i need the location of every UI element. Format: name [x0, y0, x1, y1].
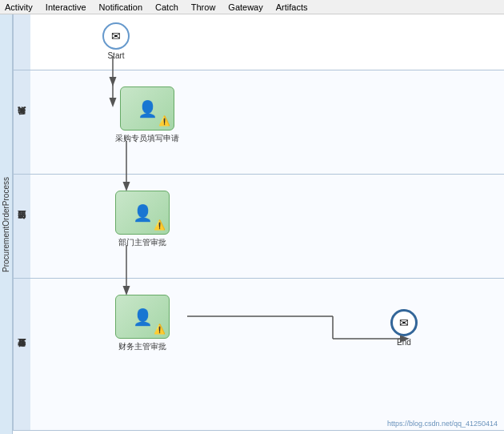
task3-icon: 👤: [133, 307, 153, 327]
process-label-container: ProcurementOrderProcess: [0, 14, 13, 434]
menu-gateway[interactable]: Gateway: [228, 2, 262, 12]
menu-activity[interactable]: Activity: [5, 2, 33, 12]
task1-box: 👤 ⚠️: [120, 86, 174, 131]
menu-artifacts[interactable]: Artifacts: [276, 2, 308, 12]
main-area: ProcurementOrderProcess ✉ Start: [0, 14, 504, 434]
swimlane-header: ✉ Start: [13, 14, 504, 70]
task2-warning-icon: ⚠️: [154, 219, 166, 231]
end-node[interactable]: ✉ End: [390, 309, 418, 347]
task1-node[interactable]: 👤 ⚠️ 采购专员填写申请: [115, 86, 179, 144]
menu-interactive[interactable]: Interactive: [46, 2, 86, 12]
menu-catch[interactable]: Catch: [155, 2, 178, 12]
menu-bar: Activity Interactive Notification Catch …: [0, 0, 504, 14]
swimlane-caiwuzhuguan-content: 👤 ⚠️ 财务主管审批 ✉ End: [30, 279, 504, 430]
swimlane-header-label: [13, 14, 30, 70]
end-event: ✉: [390, 309, 418, 336]
end-label: End: [397, 338, 411, 347]
end-icon: ✉: [399, 316, 409, 329]
swimlane-caigouyuan: 采购员 👤 ⚠️ 采购专员填写申请: [13, 70, 504, 175]
swimlane-bumenzhuguan: 部门主管 👤 ⚠️ 部门主管审批: [13, 175, 504, 279]
start-node[interactable]: ✉ Start: [102, 22, 130, 60]
task2-icon: 👤: [133, 203, 153, 223]
menu-throw[interactable]: Throw: [191, 2, 216, 12]
start-label: Start: [107, 51, 124, 60]
watermark: https://blog.csdn.net/qq_41250414: [387, 420, 498, 428]
swimlane-header-content: ✉ Start: [30, 14, 504, 70]
task3-warning-icon: ⚠️: [154, 323, 166, 335]
swimlane-wrapper: ✉ Start 采购员 👤 ⚠️ 采购专员填写申请: [13, 14, 504, 434]
task2-node[interactable]: 👤 ⚠️ 部门主管审批: [115, 191, 170, 248]
process-label: ProcurementOrderProcess: [2, 177, 10, 272]
swimlane-caiwuzhuguan: 财务主管 👤 ⚠️ 财务主管审批 ✉: [13, 279, 504, 431]
start-event: ✉: [102, 22, 130, 50]
task2-label: 部门主管审批: [118, 237, 166, 248]
swimlane-bumenzhuguan-label: 部门主管: [13, 175, 30, 278]
start-icon: ✉: [111, 30, 121, 42]
diagram-container[interactable]: ✉ Start 采购员 👤 ⚠️ 采购专员填写申请: [13, 14, 504, 434]
task1-warning-icon: ⚠️: [158, 115, 170, 127]
swimlane-caigouyuan-label: 采购员: [13, 70, 30, 174]
task2-box: 👤 ⚠️: [115, 191, 170, 235]
task1-icon: 👤: [138, 99, 158, 119]
swimlane-caigouyuan-content: 👤 ⚠️ 采购专员填写申请: [30, 70, 504, 174]
swimlane-bumenzhuguan-content: 👤 ⚠️ 部门主管审批: [30, 175, 504, 278]
menu-notification[interactable]: Notification: [99, 2, 142, 12]
task3-box: 👤 ⚠️: [115, 295, 170, 339]
task3-node[interactable]: 👤 ⚠️ 财务主管审批: [115, 295, 170, 352]
task1-label: 采购专员填写申请: [115, 133, 179, 144]
swimlane-caiwuzhuguan-label: 财务主管: [13, 279, 30, 430]
task3-label: 财务主管审批: [118, 341, 166, 352]
